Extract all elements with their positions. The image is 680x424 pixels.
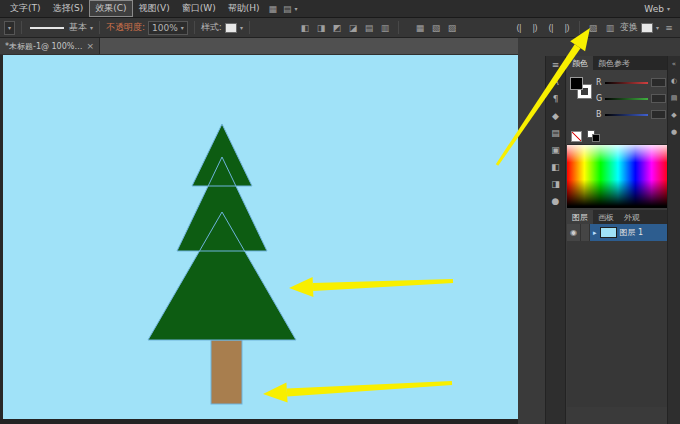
menu-bar: 文字(T) 选择(S) 效果(C) 视图(V) 窗口(W) 帮助(H) ▦ ▤ … [0, 0, 680, 18]
dock-icon-grid[interactable]: ▤ [671, 94, 678, 102]
layer-row[interactable]: ◉ ▸ 图层 1 [567, 224, 669, 241]
black-white-swatch[interactable] [587, 130, 602, 143]
appearance-panel-icon[interactable]: ◨ [551, 179, 560, 189]
transform-label[interactable]: 变换 [620, 21, 638, 34]
document-title: *未标题-1@ 100% (RGB/预览) [5, 41, 83, 52]
opacity-label[interactable]: 不透明度: [106, 21, 145, 34]
align-buttons-group: ◧ ◨ ◩ ◪ ▤ ▥ [298, 21, 392, 35]
dock-icon-dot[interactable]: ● [671, 128, 677, 136]
green-channel-label: G [596, 94, 602, 103]
align-middle-icon[interactable]: ▤ [362, 21, 376, 35]
red-slider-row: R [596, 78, 666, 87]
chevron-down-icon[interactable]: ▾ [295, 5, 298, 12]
blue-value-field[interactable] [651, 110, 666, 119]
eye-icon: ◉ [570, 228, 577, 237]
panel-menu-icon[interactable]: ≡ [662, 21, 676, 35]
dock-icon-diamond[interactable]: ◆ [671, 111, 676, 119]
tab-appearance[interactable]: 外观 [619, 210, 645, 224]
links-panel-icon[interactable]: ● [552, 196, 560, 206]
divider [194, 21, 195, 34]
blue-channel-label: B [596, 110, 602, 119]
green-slider[interactable] [605, 98, 648, 100]
workspace-switcher[interactable]: Web ▾ [644, 4, 670, 14]
align-right-icon[interactable]: ◩ [330, 21, 344, 35]
arrange-documents-icon[interactable]: ▦ [269, 4, 278, 14]
opacity-value: 100% [152, 23, 178, 33]
isolate-icon[interactable]: ▧ [586, 21, 600, 35]
stroke-profile-preview [30, 27, 64, 29]
menu-item-text[interactable]: 文字(T) [4, 0, 47, 17]
none-color-swatch[interactable] [571, 131, 582, 142]
red-slider[interactable] [605, 82, 648, 84]
workspace-label: Web [644, 4, 664, 14]
artboard[interactable] [3, 55, 518, 419]
variable-options-dropdown[interactable]: ▾ [4, 21, 15, 35]
document-layout-icon[interactable]: ▤ [283, 4, 292, 14]
align-center-icon[interactable]: ◨ [314, 21, 328, 35]
distribute-horizontal-icon[interactable]: ▦ [413, 21, 427, 35]
tab-color-guide[interactable]: 颜色参考 [593, 56, 635, 70]
green-value-field[interactable] [651, 94, 666, 103]
dock-icon-contrast[interactable]: ◐ [671, 77, 677, 85]
quick-swatches-row [567, 128, 669, 144]
layers-panel-tabs: 图层 画板 外观 [567, 210, 669, 224]
layers-panel-empty-area [567, 241, 669, 407]
red-value-field[interactable] [651, 78, 666, 87]
distribute-vertical-icon[interactable]: ▧ [429, 21, 443, 35]
menu-item-window[interactable]: 窗口(W) [176, 0, 222, 17]
divider [249, 21, 250, 34]
collapse-panels-icon[interactable]: « [672, 60, 676, 68]
tab-layers[interactable]: 图层 [567, 210, 593, 224]
color-spectrum[interactable] [567, 144, 669, 208]
menu-item-view[interactable]: 视图(V) [133, 0, 176, 17]
lock-toggle[interactable] [581, 224, 590, 241]
style-label[interactable]: 样式: [201, 21, 222, 34]
layer-thumbnail [600, 227, 617, 238]
panel-dock: ≡ A ¶ ◆ ▤ ▣ ◧ ◨ ● 颜色 颜色参考 R [518, 38, 680, 424]
collapsed-panel-strip: ≡ A ¶ ◆ ▤ ▣ ◧ ◨ ● [545, 56, 566, 424]
fill-swatch[interactable] [570, 77, 583, 90]
expand-arrow-icon[interactable]: ▸ [593, 229, 597, 237]
green-slider-row: G [596, 94, 666, 103]
tab-color[interactable]: 颜色 [567, 56, 593, 70]
graphic-styles-panel-icon[interactable]: ◧ [551, 162, 560, 172]
width-profile-open-icon[interactable]: (| [512, 23, 525, 33]
black-swatch[interactable] [592, 134, 600, 142]
style-swatch[interactable] [225, 23, 237, 33]
red-channel-label: R [596, 78, 602, 87]
shape-mode-open-icon[interactable]: (| [544, 23, 557, 33]
width-profile-close-icon[interactable]: |) [528, 23, 541, 33]
paragraph-panel-icon[interactable]: ¶ [553, 94, 559, 104]
chevron-down-icon[interactable]: ▾ [90, 24, 93, 31]
align-top-icon[interactable]: ◪ [346, 21, 360, 35]
tab-artboards[interactable]: 画板 [593, 210, 619, 224]
align-bottom-icon[interactable]: ▥ [378, 21, 392, 35]
blue-slider[interactable] [605, 114, 649, 116]
selected-layer[interactable]: ▸ 图层 1 [590, 224, 669, 241]
close-icon[interactable]: × [86, 41, 94, 51]
stroke-profile-label[interactable]: 基本 [69, 21, 87, 34]
character-panel-icon[interactable]: A [552, 77, 558, 87]
distribute-spacing-icon[interactable]: ▨ [445, 21, 459, 35]
chevron-down-icon[interactable]: ▾ [656, 24, 659, 31]
transparency-panel-icon[interactable]: ▤ [551, 128, 560, 138]
stroke-panel-icon[interactable]: ≡ [552, 60, 560, 70]
document-tab[interactable]: *未标题-1@ 100% (RGB/预览) × [0, 38, 100, 54]
visibility-toggle[interactable]: ◉ [567, 224, 581, 241]
transform-swatch[interactable] [641, 23, 653, 33]
document-tab-bar: *未标题-1@ 100% (RGB/预览) × [0, 38, 518, 55]
symbols-panel-icon[interactable]: ▣ [551, 145, 560, 155]
menu-item-help[interactable]: 帮助(H) [222, 0, 266, 17]
menu-item-effect[interactable]: 效果(C) [89, 0, 132, 17]
recolor-icon[interactable]: ▥ [603, 21, 617, 35]
menu-item-select[interactable]: 选择(S) [47, 0, 90, 17]
align-left-icon[interactable]: ◧ [298, 21, 312, 35]
chevron-down-icon: ▾ [667, 5, 670, 12]
fill-stroke-indicator[interactable] [570, 77, 596, 103]
opacity-value-dropdown[interactable]: 100% ▾ [148, 21, 188, 35]
gradient-panel-icon[interactable]: ◆ [552, 111, 559, 121]
chevron-down-icon: ▾ [181, 24, 184, 31]
chevron-down-icon[interactable]: ▾ [240, 24, 243, 31]
shape-mode-close-icon[interactable]: |) [560, 23, 573, 33]
layer-name[interactable]: 图层 1 [620, 227, 644, 238]
